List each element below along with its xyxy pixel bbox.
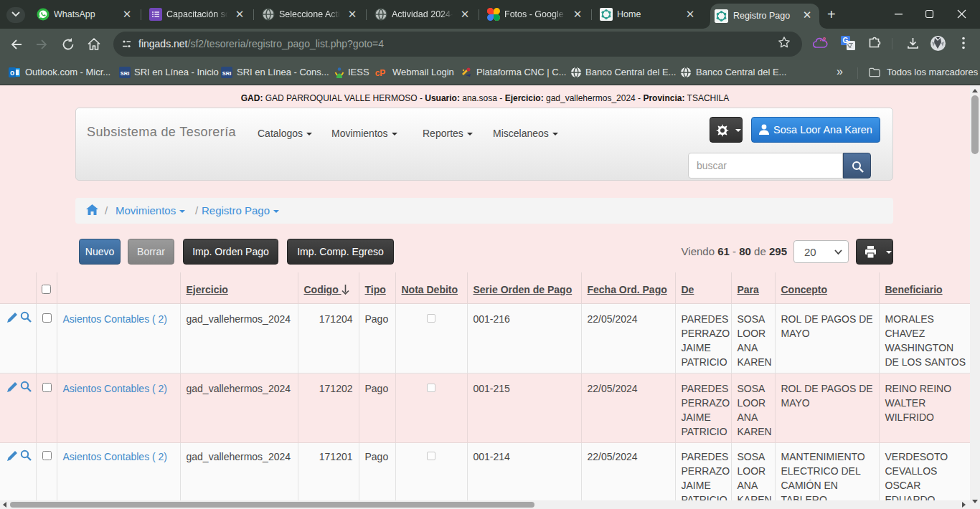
svg-text:o: o [10, 69, 14, 77]
svg-text:cP: cP [375, 68, 386, 78]
svg-text:SRI: SRI [121, 70, 130, 77]
svg-text:SRI: SRI [222, 70, 232, 77]
